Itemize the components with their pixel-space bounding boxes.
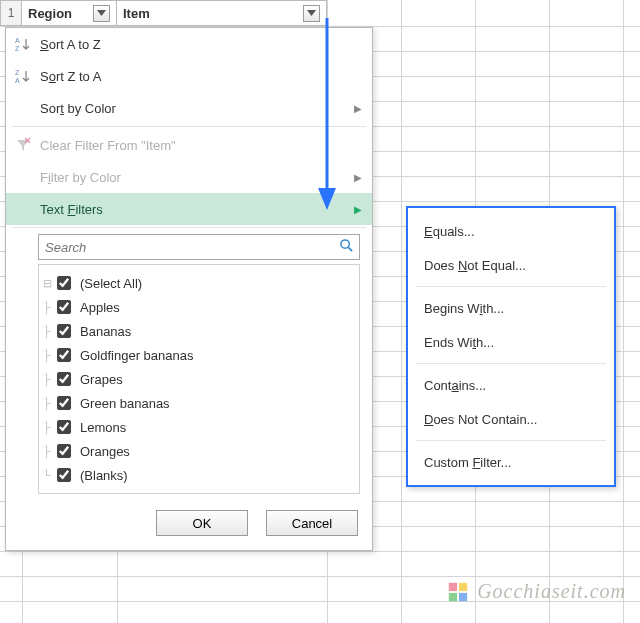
- column-label: Region: [28, 6, 72, 21]
- clear-filter-icon: [14, 136, 32, 154]
- menu-label: Filter by Color: [40, 170, 121, 185]
- menu-label: Text Filters: [40, 202, 103, 217]
- cancel-button[interactable]: Cancel: [266, 510, 358, 536]
- check-item[interactable]: └(Blanks): [53, 463, 353, 487]
- check-label: Apples: [80, 300, 120, 315]
- checkbox[interactable]: [57, 324, 71, 338]
- check-item[interactable]: ├Lemons: [53, 415, 353, 439]
- sub-label: Does Not Contain...: [424, 412, 537, 427]
- check-label: Bananas: [80, 324, 131, 339]
- sub-label: Custom Filter...: [424, 455, 511, 470]
- checkbox[interactable]: [57, 300, 71, 314]
- checkbox[interactable]: [57, 348, 71, 362]
- svg-rect-7: [459, 582, 467, 590]
- svg-text:A: A: [15, 77, 20, 84]
- menu-label: Sort A to Z: [40, 37, 101, 52]
- checkbox[interactable]: [57, 372, 71, 386]
- filter-contains[interactable]: Contains...: [408, 368, 614, 402]
- check-label: (Select All): [80, 276, 142, 291]
- column-header-item[interactable]: Item: [117, 0, 327, 26]
- check-label: Oranges: [80, 444, 130, 459]
- check-item[interactable]: ├Bananas: [53, 319, 353, 343]
- filter-checklist: ⊟(Select All) ├Apples ├Bananas ├Goldfing…: [38, 264, 360, 494]
- chevron-right-icon: ▶: [354, 172, 362, 183]
- dialog-buttons: OK Cancel: [6, 500, 372, 550]
- watermark-text: Gocchiaseit.com: [477, 580, 626, 603]
- sub-label: Does Not Equal...: [424, 258, 526, 273]
- filter-begins-with[interactable]: Begins With...: [408, 291, 614, 325]
- sort-a-to-z[interactable]: AZ Sort A to Z: [6, 28, 372, 60]
- search-box-wrap: [38, 234, 360, 260]
- checkbox[interactable]: [57, 396, 71, 410]
- filter-dropdown-item-icon[interactable]: [303, 5, 320, 22]
- menu-label: Clear Filter From "Item": [40, 138, 176, 153]
- checkbox[interactable]: [57, 276, 71, 290]
- sub-label: Equals...: [424, 224, 475, 239]
- check-label: Goldfinger bananas: [80, 348, 193, 363]
- filter-ends-with[interactable]: Ends With...: [408, 325, 614, 359]
- clear-filter: Clear Filter From "Item": [6, 129, 372, 161]
- check-label: (Blanks): [80, 468, 128, 483]
- check-item[interactable]: ├Grapes: [53, 367, 353, 391]
- column-label: Item: [123, 6, 150, 21]
- check-item[interactable]: ├Goldfinger bananas: [53, 343, 353, 367]
- checkbox[interactable]: [57, 444, 71, 458]
- svg-text:Z: Z: [15, 69, 20, 76]
- check-item[interactable]: ├Green bananas: [53, 391, 353, 415]
- check-item[interactable]: ├Apples: [53, 295, 353, 319]
- filter-by-color: Filter by Color ▶: [6, 161, 372, 193]
- check-label: Lemons: [80, 420, 126, 435]
- text-filters-submenu: Equals... Does Not Equal... Begins With.…: [406, 206, 616, 487]
- sub-label: Begins With...: [424, 301, 504, 316]
- filter-does-not-contain[interactable]: Does Not Contain...: [408, 402, 614, 436]
- checkbox[interactable]: [57, 468, 71, 482]
- search-input[interactable]: [38, 234, 360, 260]
- ok-button[interactable]: OK: [156, 510, 248, 536]
- chevron-right-icon: ▶: [354, 204, 362, 215]
- sub-label: Ends With...: [424, 335, 494, 350]
- sort-asc-icon: AZ: [14, 35, 32, 53]
- column-header-region[interactable]: Region: [22, 0, 117, 26]
- menu-separator: [12, 126, 366, 127]
- menu-separator: [12, 227, 366, 228]
- filter-dropdown-region-icon[interactable]: [93, 5, 110, 22]
- checkbox[interactable]: [57, 420, 71, 434]
- filter-custom[interactable]: Custom Filter...: [408, 445, 614, 479]
- filter-dropdown-panel: AZ Sort A to Z ZA Sort Z to A Sort by Co…: [5, 27, 373, 551]
- submenu-separator: [416, 286, 606, 287]
- check-item[interactable]: ⊟(Select All): [53, 271, 353, 295]
- svg-rect-8: [449, 592, 457, 600]
- svg-point-4: [341, 240, 349, 248]
- text-filters[interactable]: Text Filters ▶: [6, 193, 372, 225]
- svg-rect-6: [449, 582, 457, 590]
- sort-z-to-a[interactable]: ZA Sort Z to A: [6, 60, 372, 92]
- watermark: Gocchiaseit.com: [447, 580, 626, 603]
- svg-rect-9: [459, 592, 467, 600]
- row-number[interactable]: 1: [0, 0, 22, 26]
- check-label: Green bananas: [80, 396, 170, 411]
- filter-equals[interactable]: Equals...: [408, 214, 614, 248]
- sort-by-color[interactable]: Sort by Color ▶: [6, 92, 372, 124]
- check-label: Grapes: [80, 372, 123, 387]
- svg-text:A: A: [15, 37, 20, 44]
- filter-does-not-equal[interactable]: Does Not Equal...: [408, 248, 614, 282]
- watermark-logo-icon: [447, 581, 469, 603]
- sort-desc-icon: ZA: [14, 67, 32, 85]
- sub-label: Contains...: [424, 378, 486, 393]
- menu-label: Sort by Color: [40, 101, 116, 116]
- search-icon[interactable]: [339, 238, 354, 256]
- check-item[interactable]: ├Oranges: [53, 439, 353, 463]
- menu-label: Sort Z to A: [40, 69, 101, 84]
- header-row: 1 Region Item: [0, 0, 640, 26]
- submenu-separator: [416, 440, 606, 441]
- submenu-separator: [416, 363, 606, 364]
- svg-text:Z: Z: [15, 45, 20, 52]
- chevron-right-icon: ▶: [354, 103, 362, 114]
